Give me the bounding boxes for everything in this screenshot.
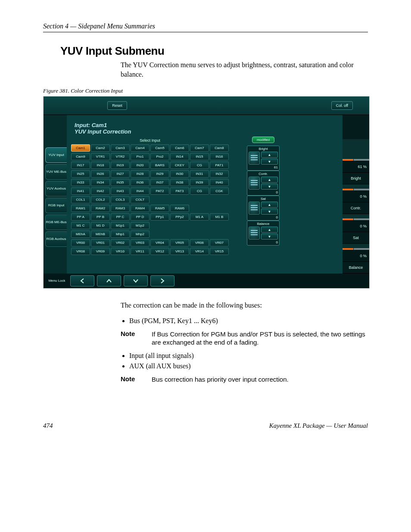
param-up-button[interactable]: ▲ (261, 202, 278, 208)
input-bars[interactable]: BARS (150, 162, 169, 169)
tab-rgb-input[interactable]: RGB Input (45, 198, 67, 213)
input-vr04[interactable]: VR04 (150, 239, 169, 246)
input-cam7[interactable]: Cam7 (190, 144, 209, 152)
input-vr06[interactable]: VR06 (190, 239, 209, 246)
input-cam4[interactable]: Cam4 (131, 144, 149, 152)
input-in20[interactable]: IN20 (131, 162, 149, 169)
input-pro2[interactable]: Pro2 (150, 153, 169, 160)
param-up-button[interactable]: ▲ (261, 152, 278, 158)
input-ram5[interactable]: RAM5 (150, 205, 169, 212)
input-pat3[interactable]: PAT3 (170, 187, 189, 195)
input-in14[interactable]: IN14 (170, 153, 189, 160)
param-down-button[interactable]: ▼ (261, 159, 278, 165)
input-cgk[interactable]: CGK (210, 187, 229, 195)
input-cam3[interactable]: Cam3 (111, 144, 130, 152)
input-vr02[interactable]: VR02 (111, 239, 130, 246)
input-cam6[interactable]: Cam6 (170, 144, 189, 152)
input-in37[interactable]: IN37 (150, 179, 169, 186)
input-col2[interactable]: COL2 (91, 196, 110, 203)
nav-down-button[interactable] (124, 275, 148, 286)
input-in25[interactable]: IN25 (71, 170, 90, 177)
nav-up-button[interactable] (97, 275, 121, 286)
input-in29[interactable]: IN29 (150, 170, 169, 177)
tab-rgb-me-bus[interactable]: RGB ME-Bus (45, 215, 67, 230)
input-in26[interactable]: IN26 (91, 170, 110, 177)
input-vr08[interactable]: VR08 (71, 248, 90, 255)
input-in16[interactable]: IN16 (210, 153, 229, 160)
input-cam2[interactable]: Cam2 (91, 144, 110, 152)
param-knob[interactable] (249, 177, 260, 190)
input-vr01[interactable]: VR01 (91, 239, 110, 246)
input-mhp1[interactable]: Mhp1 (111, 230, 130, 238)
input-in44[interactable]: IN44 (131, 187, 149, 195)
input-in27[interactable]: IN27 (111, 170, 130, 177)
input-vr07[interactable]: VR07 (210, 239, 229, 246)
input-in30[interactable]: IN30 (170, 170, 189, 177)
input-mhp2[interactable]: Mhp2 (131, 230, 149, 238)
input-ppp1[interactable]: PPp1 (150, 213, 169, 221)
input-in38[interactable]: IN38 (170, 179, 189, 186)
input-ram4[interactable]: RAM4 (131, 205, 149, 212)
input-vr15[interactable]: VR15 (210, 248, 229, 255)
input-in19[interactable]: IN19 (111, 162, 130, 169)
param-up-button[interactable]: ▲ (261, 177, 278, 183)
param-knob[interactable] (249, 152, 260, 165)
input-in33[interactable]: IN33 (71, 179, 90, 186)
input-in39[interactable]: IN39 (190, 179, 209, 186)
input-in41[interactable]: IN41 (71, 187, 90, 195)
input-mehb[interactable]: MEhB (91, 230, 110, 238)
input-in28[interactable]: IN28 (131, 170, 149, 177)
tab-rgb-auxbus[interactable]: RGB Auxbus (45, 231, 67, 247)
modified-badge[interactable]: modified (252, 137, 274, 143)
input-cg[interactable]: CG (190, 162, 209, 169)
input-vtr1[interactable]: VTR1 (91, 153, 110, 160)
input-cam1[interactable]: Cam1 (71, 144, 90, 152)
input-m1p1[interactable]: M1p1 (111, 222, 130, 229)
tab-yuv-auxbus[interactable]: YUV Auxbus (45, 181, 67, 196)
input-m1-c[interactable]: M1 C (71, 222, 90, 229)
input-vr09[interactable]: VR09 (91, 248, 110, 255)
param-down-button[interactable]: ▼ (261, 208, 278, 215)
input-pat1[interactable]: PAT1 (210, 162, 229, 169)
input-ram1[interactable]: RAM1 (71, 205, 90, 212)
input-ram2[interactable]: RAM2 (91, 205, 110, 212)
input-pro1[interactable]: Pro1 (131, 153, 149, 160)
menu-lock-label[interactable]: Menu Lock (46, 279, 68, 283)
input-vr14[interactable]: VR14 (190, 248, 209, 255)
input-col3[interactable]: COL3 (111, 196, 130, 203)
tab-yuv-input[interactable]: YUV Input (45, 147, 67, 163)
param-down-button[interactable]: ▼ (261, 233, 278, 240)
input-in15[interactable]: IN15 (190, 153, 209, 160)
input-pat2[interactable]: PAT2 (150, 187, 169, 195)
input-vr12[interactable]: VR12 (150, 248, 169, 255)
input-cam9[interactable]: Cam9 (71, 153, 90, 160)
input-m1-d[interactable]: M1 D (91, 222, 110, 229)
input-cg[interactable]: CG (190, 187, 209, 195)
input-cam5[interactable]: Cam5 (150, 144, 169, 152)
input-col1[interactable]: COL1 (71, 196, 90, 203)
input-vr00[interactable]: VR00 (71, 239, 90, 246)
input-m1p2[interactable]: M1p2 (131, 222, 149, 229)
input-ckey[interactable]: CKEY (170, 162, 189, 169)
input-vr11[interactable]: VR11 (131, 248, 149, 255)
reset-button[interactable]: Reset (107, 101, 127, 110)
input-pp-b[interactable]: PP B (91, 213, 110, 221)
input-in34[interactable]: IN34 (91, 179, 110, 186)
input-in35[interactable]: IN35 (111, 179, 130, 186)
param-knob[interactable] (249, 202, 260, 215)
param-down-button[interactable]: ▼ (261, 184, 278, 190)
nav-left-button[interactable] (70, 275, 94, 286)
param-up-button[interactable]: ▲ (261, 227, 278, 233)
input-ppp2[interactable]: PPp2 (170, 213, 189, 221)
input-pp-c[interactable]: PP C (111, 213, 130, 221)
input-meha[interactable]: MEhA (71, 230, 90, 238)
tab-yuv-me-bus[interactable]: YUV ME-Bus (45, 164, 67, 180)
nav-right-button[interactable] (150, 275, 174, 286)
input-in18[interactable]: IN18 (91, 162, 110, 169)
input-vr03[interactable]: VR03 (131, 239, 149, 246)
input-in36[interactable]: IN36 (131, 179, 149, 186)
param-knob[interactable] (249, 227, 260, 240)
input-m1-a[interactable]: M1 A (190, 213, 209, 221)
input-vr10[interactable]: VR10 (111, 248, 130, 255)
input-colt[interactable]: COLT (131, 196, 149, 203)
